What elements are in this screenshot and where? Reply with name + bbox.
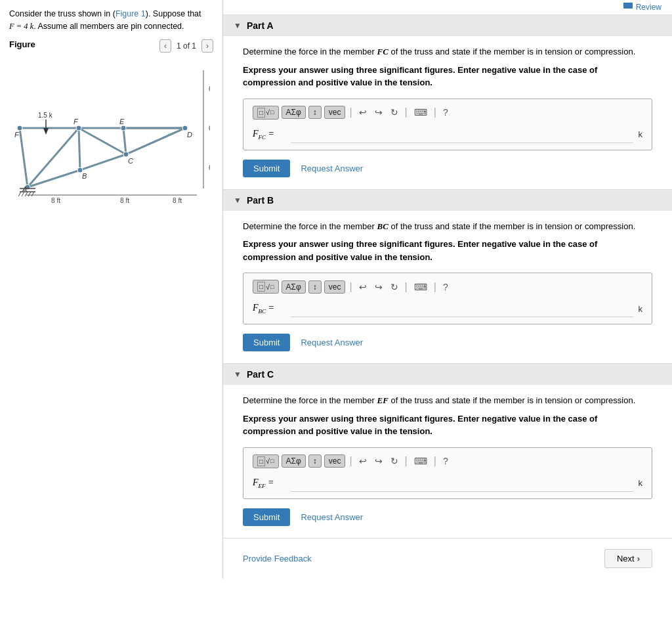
svg-text:F: F	[14, 131, 20, 139]
svg-line-48	[28, 192, 31, 196]
part-c-description: Determine the force in the member EF of …	[243, 394, 652, 407]
part-a-submit-button[interactable]: Submit	[243, 160, 290, 177]
part-a-answer-box: □√□ ΑΣφ ↕ vec | ↩ ↪ ↻ | ⌨ | ? FFC = k	[243, 99, 652, 150]
left-panel: Consider the truss shown in (Figure 1). …	[0, 0, 223, 579]
part-a-description: Determine the force in the member FC of …	[243, 45, 652, 58]
part-a-instruction: Express your answer using three signific…	[243, 64, 652, 89]
part-b-request-answer-link[interactable]: Request Answer	[301, 338, 363, 347]
bottom-bar: Provide Feedback Next ›	[223, 539, 672, 579]
part-a-greek-btn[interactable]: ΑΣφ	[282, 106, 306, 119]
svg-text:6 ft: 6 ft	[209, 85, 210, 93]
part-c-unit: k	[639, 478, 643, 488]
part-a-separator2: |	[405, 106, 408, 118]
part-a-vec-btn[interactable]: vec	[324, 106, 346, 119]
part-c-keyboard-icon[interactable]: ⌨	[411, 454, 430, 468]
feedback-link[interactable]: Provide Feedback	[243, 554, 312, 563]
part-c-separator: |	[349, 455, 352, 467]
part-b-collapse-arrow[interactable]: ▼	[234, 196, 242, 205]
figure-link[interactable]: Figure 1	[116, 9, 146, 18]
part-b-unit: k	[639, 304, 643, 314]
svg-text:8 ft: 8 ft	[51, 197, 60, 204]
svg-text:E: E	[119, 118, 125, 125]
part-c-body: Determine the force in the member EF of …	[223, 385, 672, 538]
part-a-action-row: Submit Request Answer	[243, 160, 652, 177]
problem-statement: Consider the truss shown in (Figure 1). …	[9, 8, 213, 33]
figure-next-button[interactable]: ›	[201, 39, 213, 53]
part-c-input[interactable]	[291, 475, 633, 492]
svg-text:8 ft: 8 ft	[120, 197, 129, 204]
svg-text:F: F	[74, 118, 79, 125]
part-b-keyboard-icon[interactable]: ⌨	[411, 280, 430, 294]
part-c-section: ▼ Part C Determine the force in the memb…	[223, 364, 672, 539]
svg-line-49	[32, 192, 34, 196]
part-b-input[interactable]	[291, 300, 633, 317]
part-b-submit-button[interactable]: Submit	[243, 334, 290, 351]
part-b-input-label: FBC =	[253, 303, 285, 315]
part-c-member: EF	[377, 395, 388, 405]
svg-line-18	[79, 128, 80, 170]
part-a-help-icon[interactable]: ?	[440, 106, 451, 119]
part-b-separator2: |	[405, 281, 408, 293]
part-b-toolbar: □√□ ΑΣφ ↕ vec | ↩ ↪ ↻ | ⌨ | ?	[253, 280, 642, 294]
next-button[interactable]: Next ›	[604, 549, 652, 568]
part-c-vec-btn[interactable]: vec	[324, 454, 346, 468]
part-a-redo-icon[interactable]: ↪	[372, 106, 385, 119]
part-a-sqrt-btn[interactable]: □√□	[253, 106, 279, 120]
review-bar: Review	[223, 0, 672, 15]
part-a-title: Part A	[247, 20, 274, 31]
part-a-refresh-icon[interactable]: ↻	[388, 106, 401, 119]
part-a-input[interactable]	[291, 126, 633, 143]
part-c-submit-button[interactable]: Submit	[243, 508, 290, 526]
problem-text-2: ). Suppose that	[146, 9, 201, 18]
part-c-refresh-icon[interactable]: ↻	[388, 454, 401, 468]
svg-point-29	[182, 125, 188, 131]
part-b-sqrt-btn[interactable]: □√□	[253, 280, 279, 294]
part-a-toolbar: □√□ ΑΣφ ↕ vec | ↩ ↪ ↻ | ⌨ | ?	[253, 106, 642, 120]
part-b-arrow-btn[interactable]: ↕	[308, 280, 322, 294]
part-b-answer-box: □√□ ΑΣφ ↕ vec | ↩ ↪ ↻ | ⌨ | ? FBC = k	[243, 273, 652, 324]
part-a-keyboard-icon[interactable]: ⌨	[411, 106, 430, 119]
part-b-redo-icon[interactable]: ↪	[372, 280, 385, 294]
part-b-body: Determine the force in the member BC of …	[223, 211, 672, 364]
part-c-sqrt-btn[interactable]: □√□	[253, 454, 279, 468]
svg-line-45	[18, 192, 21, 196]
next-chevron-icon: ›	[637, 554, 640, 563]
part-b-undo-icon[interactable]: ↩	[356, 280, 369, 294]
part-b-member: BC	[377, 221, 388, 231]
figure-prev-button[interactable]: ‹	[159, 39, 171, 53]
truss-diagram: 8 ft 8 ft 8 ft 6 ft 6 ft 6 ft	[13, 57, 210, 208]
part-b-refresh-icon[interactable]: ↻	[388, 280, 401, 294]
part-a-request-answer-link[interactable]: Request Answer	[301, 164, 363, 173]
part-b-section: ▼ Part B Determine the force in the memb…	[223, 190, 672, 364]
part-c-help-icon[interactable]: ?	[440, 454, 451, 468]
part-c-undo-icon[interactable]: ↩	[356, 454, 369, 468]
part-a-undo-icon[interactable]: ↩	[356, 106, 369, 119]
part-b-greek-btn[interactable]: ΑΣφ	[282, 280, 306, 294]
part-b-help-icon[interactable]: ?	[440, 280, 451, 294]
part-c-separator3: |	[434, 455, 436, 467]
part-c-instruction: Express your answer using three signific…	[243, 412, 652, 438]
svg-line-13	[80, 154, 126, 170]
part-c-redo-icon[interactable]: ↪	[372, 454, 385, 468]
part-b-instruction: Express your answer using three signific…	[243, 238, 652, 263]
part-b-input-row: FBC = k	[253, 300, 642, 317]
part-c-greek-btn[interactable]: ΑΣφ	[282, 454, 306, 468]
problem-text-1: Consider the truss shown in (	[9, 9, 116, 18]
svg-line-25	[20, 128, 28, 187]
svg-point-30	[121, 125, 126, 131]
part-a-arrow-btn[interactable]: ↕	[308, 106, 322, 119]
svg-line-21	[79, 128, 126, 154]
part-c-answer-box: □√□ ΑΣφ ↕ vec | ↩ ↪ ↻ | ⌨ | ? FEF = k	[243, 447, 652, 499]
review-label[interactable]: Review	[636, 3, 662, 12]
part-c-request-answer-link[interactable]: Request Answer	[301, 512, 363, 522]
part-a-collapse-arrow[interactable]: ▼	[234, 21, 242, 30]
svg-point-31	[76, 125, 81, 131]
part-a-member: FC	[377, 47, 388, 56]
part-c-arrow-btn[interactable]: ↕	[308, 454, 322, 468]
part-b-vec-btn[interactable]: vec	[324, 280, 346, 294]
part-c-collapse-arrow[interactable]: ▼	[234, 370, 242, 379]
part-c-title: Part C	[247, 369, 274, 380]
svg-text:8 ft: 8 ft	[173, 197, 182, 204]
part-a-body: Determine the force in the member FC of …	[223, 36, 672, 189]
part-b-separator3: |	[434, 281, 436, 293]
